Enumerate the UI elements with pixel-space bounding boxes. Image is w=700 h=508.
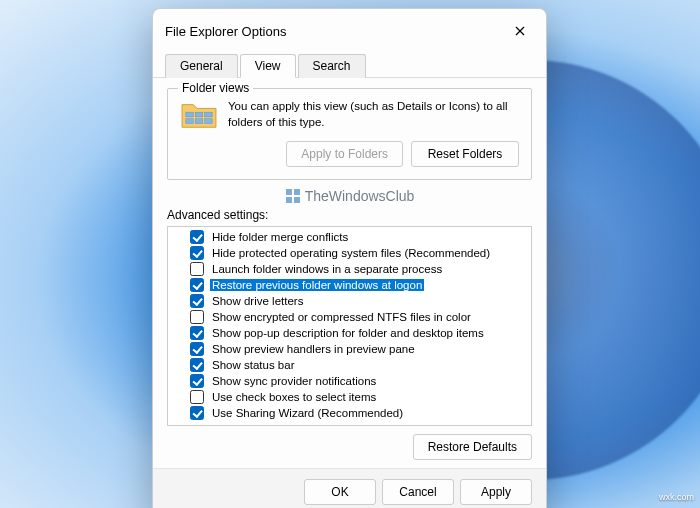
list-item-label: Hide folder merge conflicts bbox=[210, 231, 350, 243]
dialog-button-bar: OK Cancel Apply bbox=[153, 468, 546, 508]
svg-rect-5 bbox=[205, 119, 213, 124]
list-item-label: Hide protected operating system files (R… bbox=[210, 247, 492, 259]
svg-rect-8 bbox=[286, 197, 292, 203]
folder-icon bbox=[180, 99, 218, 131]
corner-watermark: wxk.com bbox=[659, 492, 694, 502]
list-item[interactable]: Show drive letters bbox=[168, 293, 531, 309]
checkbox[interactable] bbox=[190, 294, 204, 308]
folder-views-description: You can apply this view (such as Details… bbox=[228, 99, 519, 130]
list-item-label: Use check boxes to select items bbox=[210, 391, 378, 403]
tab-view[interactable]: View bbox=[240, 54, 296, 78]
apply-to-folders-button[interactable]: Apply to Folders bbox=[286, 141, 403, 167]
checkbox[interactable] bbox=[190, 374, 204, 388]
cancel-button[interactable]: Cancel bbox=[382, 479, 454, 505]
titlebar: File Explorer Options bbox=[153, 9, 546, 49]
file-explorer-options-dialog: File Explorer Options General View Searc… bbox=[152, 8, 547, 508]
list-item-label: Restore previous folder windows at logon bbox=[210, 279, 424, 291]
advanced-settings-list[interactable]: Hide folder merge conflictsHide protecte… bbox=[167, 226, 532, 426]
list-item[interactable]: Hide protected operating system files (R… bbox=[168, 245, 531, 261]
list-item[interactable]: Use check boxes to select items bbox=[168, 389, 531, 405]
checkbox[interactable] bbox=[190, 278, 204, 292]
checkbox[interactable] bbox=[190, 262, 204, 276]
svg-rect-1 bbox=[195, 112, 203, 117]
advanced-settings-label: Advanced settings: bbox=[167, 208, 532, 222]
tab-strip: General View Search bbox=[153, 53, 546, 78]
list-item[interactable]: Show preview handlers in preview pane bbox=[168, 341, 531, 357]
reset-folders-button[interactable]: Reset Folders bbox=[411, 141, 519, 167]
list-item-label: Show status bar bbox=[210, 359, 296, 371]
list-item-label: Show pop-up description for folder and d… bbox=[210, 327, 486, 339]
close-icon bbox=[515, 26, 525, 36]
list-item[interactable]: Hide folder merge conflicts bbox=[168, 229, 531, 245]
svg-rect-4 bbox=[195, 119, 203, 124]
checkbox[interactable] bbox=[190, 406, 204, 420]
list-item-label: Use Sharing Wizard (Recommended) bbox=[210, 407, 405, 419]
list-item[interactable]: Show encrypted or compressed NTFS files … bbox=[168, 309, 531, 325]
list-item-label: Show encrypted or compressed NTFS files … bbox=[210, 311, 473, 323]
list-item-label: Show preview handlers in preview pane bbox=[210, 343, 417, 355]
list-item[interactable]: Use Sharing Wizard (Recommended) bbox=[168, 405, 531, 421]
list-item-label: Show sync provider notifications bbox=[210, 375, 378, 387]
group-title: Folder views bbox=[178, 81, 253, 95]
tab-content: Folder views You can apply this view (su… bbox=[153, 78, 546, 468]
ok-button[interactable]: OK bbox=[304, 479, 376, 505]
checkbox[interactable] bbox=[190, 342, 204, 356]
checkbox[interactable] bbox=[190, 230, 204, 244]
close-button[interactable] bbox=[506, 19, 534, 43]
svg-rect-0 bbox=[186, 112, 194, 117]
svg-rect-3 bbox=[186, 119, 194, 124]
windows-logo-icon bbox=[285, 188, 301, 204]
tab-general[interactable]: General bbox=[165, 54, 238, 78]
checkbox[interactable] bbox=[190, 246, 204, 260]
svg-rect-2 bbox=[205, 112, 213, 117]
restore-defaults-button[interactable]: Restore Defaults bbox=[413, 434, 532, 460]
checkbox[interactable] bbox=[190, 310, 204, 324]
list-item[interactable]: Show pop-up description for folder and d… bbox=[168, 325, 531, 341]
dialog-title: File Explorer Options bbox=[165, 24, 506, 39]
checkbox[interactable] bbox=[190, 326, 204, 340]
list-item-label: Show drive letters bbox=[210, 295, 305, 307]
tab-search[interactable]: Search bbox=[298, 54, 366, 78]
svg-rect-7 bbox=[294, 189, 300, 195]
list-item[interactable]: Launch folder windows in a separate proc… bbox=[168, 261, 531, 277]
list-item-label: Launch folder windows in a separate proc… bbox=[210, 263, 444, 275]
list-item[interactable]: Restore previous folder windows at logon bbox=[168, 277, 531, 293]
folder-views-group: Folder views You can apply this view (su… bbox=[167, 88, 532, 180]
checkbox[interactable] bbox=[190, 390, 204, 404]
svg-rect-9 bbox=[294, 197, 300, 203]
checkbox[interactable] bbox=[190, 358, 204, 372]
list-item[interactable]: Show sync provider notifications bbox=[168, 373, 531, 389]
list-item[interactable]: Show status bar bbox=[168, 357, 531, 373]
apply-button[interactable]: Apply bbox=[460, 479, 532, 505]
watermark: TheWindowsClub bbox=[167, 188, 532, 204]
svg-rect-6 bbox=[286, 189, 292, 195]
